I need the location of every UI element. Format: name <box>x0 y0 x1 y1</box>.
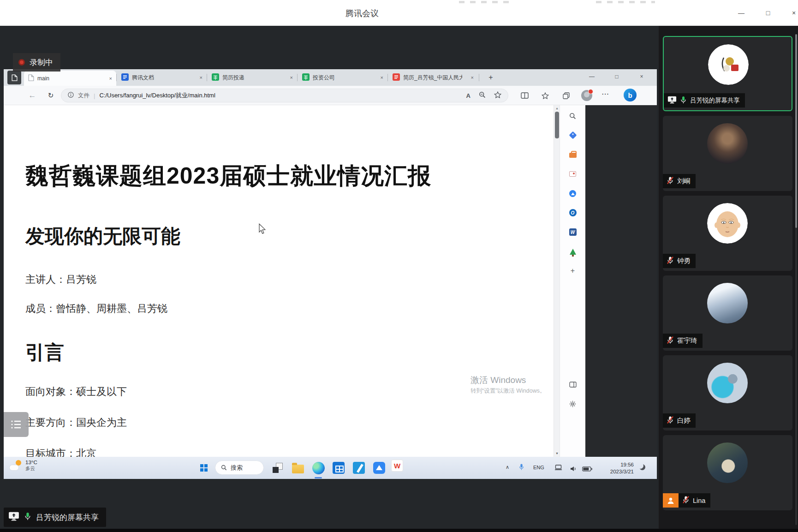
participant-tile[interactable]: 霍宇琦 <box>663 275 792 351</box>
window-minimize-button[interactable]: — <box>732 7 751 19</box>
browser-tabstrip: main × 腾讯文档 × 简历投递 × 投资公司 × <box>4 69 657 86</box>
tab-close-icon[interactable]: × <box>381 75 383 80</box>
tab-divider <box>479 74 479 81</box>
tab-search-icon[interactable] <box>7 71 21 84</box>
file-explorer-icon[interactable] <box>290 460 306 476</box>
sidebar-drop-icon[interactable] <box>567 187 579 199</box>
recording-dot-icon <box>18 59 25 66</box>
temperature-label: 13°C <box>25 460 37 466</box>
tab-resume-delivery-sheet[interactable]: 简历投递 × <box>208 69 297 86</box>
tab-title: 投资公司 <box>313 74 372 82</box>
new-tab-button[interactable]: + <box>486 73 495 82</box>
browser-close-button[interactable]: × <box>631 69 652 84</box>
mic-muted-icon <box>667 416 674 425</box>
tab-close-icon[interactable]: × <box>290 75 293 80</box>
browser-minimize-button[interactable]: — <box>581 69 602 84</box>
weather-icon <box>9 460 22 471</box>
participant-tile[interactable]: Lina <box>663 435 792 510</box>
tab-close-icon[interactable]: × <box>200 75 202 80</box>
scrollbar-thumb[interactable] <box>555 112 559 138</box>
browser-restore-button[interactable]: □ <box>606 69 627 84</box>
search-label: 搜索 <box>231 464 243 472</box>
info-icon[interactable] <box>68 92 74 99</box>
sidebar-tools-icon[interactable] <box>567 149 579 161</box>
tray-battery-icon[interactable] <box>582 465 593 473</box>
participant-label: 白婷 <box>663 413 696 428</box>
participant-tile[interactable]: 白婷 <box>663 355 792 430</box>
sidebar-image-icon[interactable] <box>567 168 579 180</box>
sidebar-panel-area <box>585 105 657 457</box>
collections-star-icon[interactable] <box>540 90 550 101</box>
recording-label: 录制中 <box>30 57 53 68</box>
tab-divider <box>116 74 117 81</box>
sidebar-tree-icon[interactable] <box>567 245 579 257</box>
activate-windows-watermark: 激活 Windows <box>470 374 526 386</box>
meeting-app-icon[interactable] <box>371 460 387 476</box>
tray-display-icon[interactable] <box>554 464 562 472</box>
meeting-titlebar: 腾讯会议 — □ × <box>0 0 798 26</box>
browser-toolbar: ← ↻ 文件 | C:/Users/fangrui_lv/Desktop/就业/… <box>4 86 657 105</box>
window-maximize-button[interactable]: □ <box>758 7 778 19</box>
start-button[interactable] <box>200 464 208 472</box>
wps-office-icon[interactable]: W <box>391 460 403 472</box>
tab-close-icon[interactable]: × <box>109 76 112 81</box>
back-button[interactable]: ← <box>27 90 38 101</box>
sidebar-search-icon[interactable] <box>567 110 579 122</box>
tab-close-icon[interactable]: × <box>471 75 474 80</box>
do-not-disturb-moon-icon[interactable] <box>639 464 645 470</box>
microsoft-store-icon[interactable] <box>330 460 347 476</box>
mic-muted-icon <box>667 176 674 186</box>
outline-toc-button[interactable] <box>4 412 29 437</box>
split-screen-icon[interactable] <box>519 90 530 101</box>
sidebar-outlook-icon[interactable]: O <box>567 207 579 219</box>
sidebar-add-icon[interactable]: + <box>567 265 579 277</box>
url-scheme-label: 文件 <box>78 92 89 100</box>
edge-browser-icon[interactable] <box>310 460 327 476</box>
bing-discover-icon[interactable]: b <box>624 89 637 102</box>
tray-chevron-icon[interactable]: ∧ <box>506 464 509 470</box>
avatar <box>707 123 748 164</box>
participant-tile[interactable]: 刘峒 <box>663 116 792 191</box>
active-app-indicator <box>315 477 322 478</box>
tray-speaker-icon[interactable] <box>570 465 577 473</box>
tray-microphone-icon[interactable] <box>518 463 524 472</box>
mic-muted-icon <box>667 256 674 266</box>
shared-screen-stage: 录制中 main × 腾讯文档 × 简历投递 × <box>0 26 659 532</box>
favorites-star-icon[interactable] <box>494 91 501 100</box>
vscode-icon[interactable] <box>351 460 367 476</box>
profile-avatar[interactable] <box>581 90 592 101</box>
avatar <box>707 442 748 483</box>
tab-resume-pdf[interactable]: 简历_吕芳锐_中国人民大 × <box>388 69 478 86</box>
participant-name: 吕芳锐的屏幕共享 <box>690 96 740 105</box>
weather-widget[interactable]: 13°C 多云 <box>9 460 37 471</box>
more-menu-icon[interactable]: ⋯ <box>601 90 609 98</box>
tab-main[interactable]: main × <box>24 71 116 86</box>
taskbar-search[interactable]: 搜索 <box>215 460 264 475</box>
sidebar-settings-gear-icon[interactable] <box>567 398 579 410</box>
tab-divider <box>207 74 207 81</box>
page-scrollbar[interactable]: ▴ ▾ <box>554 105 560 457</box>
refresh-button[interactable]: ↻ <box>45 90 56 101</box>
tray-date: 2023/3/21 <box>610 469 634 474</box>
read-aloud-icon[interactable]: A <box>466 92 470 99</box>
sidebar-panel-toggle-icon[interactable] <box>567 378 579 390</box>
address-bar[interactable]: 文件 | C:/Users/fangrui_lv/Desktop/就业/main… <box>61 89 508 102</box>
participant-tile[interactable]: 钟勇 <box>663 196 792 271</box>
tab-tencent-docs[interactable]: 腾讯文档 × <box>117 69 207 86</box>
zoom-icon[interactable] <box>479 91 486 100</box>
task-view-button[interactable] <box>269 460 286 476</box>
collections-copy-icon[interactable] <box>561 90 571 101</box>
participants-scrollbar[interactable] <box>795 34 797 525</box>
participant-label: 刘峒 <box>663 174 696 188</box>
participant-tile-sharer[interactable]: 吕芳锐的屏幕共享 <box>663 36 792 111</box>
language-indicator[interactable]: ENG <box>533 465 544 470</box>
window-close-button[interactable]: × <box>784 7 798 19</box>
presenter-line: 主讲人：吕芳锐 <box>25 273 96 287</box>
sidebar-word-icon[interactable]: W <box>567 226 579 238</box>
tab-companies-sheet[interactable]: 投资公司 × <box>298 69 387 86</box>
body-line: 面向对象：硕士及以下 <box>25 385 127 399</box>
participants-panel: 吕芳锐的屏幕共享 刘峒 钟勇 霍宇琦 白婷 <box>659 26 798 532</box>
sidebar-shopping-icon[interactable] <box>567 129 579 141</box>
tray-clock[interactable]: 19:56 2023/3/21 <box>598 461 634 475</box>
page-favicon <box>28 74 34 83</box>
